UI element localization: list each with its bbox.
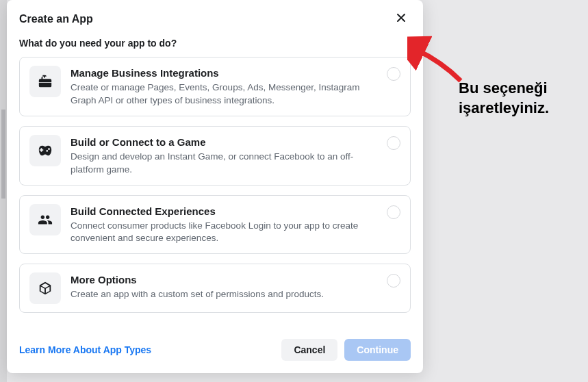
learn-more-link[interactable]: Learn More About App Types [19,344,151,355]
briefcase-icon [29,66,61,97]
option-more-options[interactable]: More Options Create an app with a custom… [19,264,411,313]
modal-subtitle: What do you need your app to do? [7,35,423,57]
cancel-button[interactable]: Cancel [281,339,337,361]
close-button[interactable] [392,10,411,28]
modal-title: Create an App [19,13,93,25]
users-icon [29,204,61,235]
radio-indicator[interactable] [387,136,400,150]
option-desc: Design and develop an Instant Game, or c… [71,151,377,177]
option-body: More Options Create an app with a custom… [71,272,377,301]
radio-indicator[interactable] [387,274,400,288]
option-desc: Create or manage Pages, Events, Groups, … [71,81,377,107]
option-body: Build or Connect to a Game Design and de… [71,135,377,177]
modal-footer: Learn More About App Types Cancel Contin… [7,329,423,373]
option-desc: Create an app with a custom set of permi… [71,288,377,301]
option-build-game[interactable]: Build or Connect to a Game Design and de… [19,126,411,186]
radio-indicator[interactable] [387,67,400,81]
option-title: More Options [71,274,377,285]
cube-icon [29,272,61,304]
option-desc: Connect consumer products like Facebook … [71,220,377,246]
option-title: Build or Connect to a Game [71,136,377,148]
option-connected-experiences[interactable]: Build Connected Experiences Connect cons… [19,195,411,255]
option-manage-business[interactable]: Manage Business Integrations Create or m… [19,57,411,116]
footer-buttons: Cancel Continue [281,339,411,361]
game-controller-icon [29,135,61,166]
close-icon [396,12,407,26]
option-title: Build Connected Experiences [71,205,377,217]
radio-indicator[interactable] [387,205,400,219]
annotation-text: Bu seçeneği işaretleyiniz. [459,79,582,118]
option-body: Build Connected Experiences Connect cons… [71,204,377,246]
options-list: Manage Business Integrations Create or m… [7,57,423,313]
create-app-modal: Create an App What do you need your app … [7,0,423,373]
backdrop-shadow-box [1,110,5,199]
continue-button[interactable]: Continue [344,339,411,361]
modal-header: Create an App [7,0,423,35]
option-body: Manage Business Integrations Create or m… [71,66,377,107]
option-title: Manage Business Integrations [71,67,377,79]
